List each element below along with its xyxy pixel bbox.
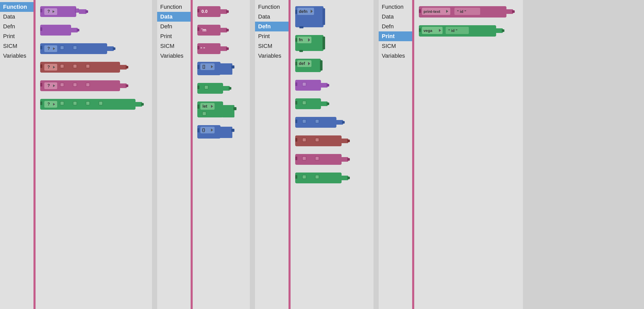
svg-rect-134 <box>341 139 348 143</box>
sidebar-item-function-4[interactable]: Function <box>379 2 412 12</box>
block-value-m[interactable]: 'm <box>197 24 230 38</box>
block-let[interactable]: let <box>197 100 238 119</box>
svg-rect-139 <box>315 157 319 160</box>
svg-rect-138 <box>302 157 306 160</box>
sidebar-panel1: Function Data Defn Print SICM Variables <box>0 0 33 309</box>
svg-rect-53 <box>197 9 199 12</box>
svg-rect-32 <box>40 83 42 87</box>
svg-rect-117 <box>320 83 328 88</box>
svg-rect-39 <box>119 83 127 88</box>
sidebar-panel2: Function Data Defn Print SICM Variables <box>157 0 191 309</box>
svg-rect-37 <box>73 83 77 87</box>
svg-rect-42 <box>40 101 42 105</box>
svg-rect-74 <box>197 83 223 94</box>
svg-rect-6 <box>79 9 87 14</box>
svg-rect-57 <box>197 25 221 36</box>
sidebar-panel4: Function Data Defn Print SICM Variables <box>379 0 412 309</box>
sidebar-item-data-3[interactable]: Data <box>255 12 289 22</box>
svg-text:0.0: 0.0 <box>201 9 208 14</box>
svg-rect-135 <box>347 140 350 142</box>
block-def[interactable]: def <box>295 58 323 74</box>
svg-rect-19 <box>106 46 114 51</box>
block-vega[interactable]: vega " id " <box>418 24 506 39</box>
svg-rect-106 <box>299 50 303 52</box>
svg-rect-22 <box>40 64 42 68</box>
sidebar-item-sicm-3[interactable]: SICM <box>255 41 289 51</box>
svg-rect-56 <box>226 10 229 13</box>
svg-text:" id ": " id " <box>457 9 466 14</box>
svg-rect-23 <box>44 64 57 71</box>
sidebar-item-defn-2[interactable]: Defn <box>157 22 191 31</box>
svg-rect-52 <box>197 6 221 17</box>
sidebar-item-data-1[interactable]: Data <box>0 12 33 22</box>
svg-rect-77 <box>222 86 230 91</box>
svg-rect-3 <box>44 8 57 15</box>
sidebar-item-variables-2[interactable]: Variables <box>157 51 191 61</box>
sidebar-item-function-3[interactable]: Function <box>255 2 289 12</box>
block-value-00[interactable]: 0.0 <box>197 5 230 19</box>
svg-rect-149 <box>419 9 421 13</box>
svg-rect-43 <box>44 101 57 108</box>
sidebar-item-sicm-2[interactable]: SICM <box>157 41 191 51</box>
svg-rect-7 <box>86 10 88 13</box>
svg-rect-78 <box>229 87 231 90</box>
block-green-single-3[interactable] <box>295 97 331 111</box>
block-purple-plain-1[interactable] <box>40 24 81 38</box>
block-green-question-4conn[interactable]: ? <box>40 98 148 112</box>
sidebar-item-variables-1[interactable]: Variables <box>0 51 33 61</box>
sidebar-item-print-2[interactable]: Print <box>157 31 191 41</box>
sidebar-item-function-1[interactable]: Function <box>0 2 33 12</box>
svg-rect-65 <box>219 46 227 51</box>
svg-rect-113 <box>320 60 323 71</box>
svg-rect-47 <box>73 101 77 105</box>
sidebar-item-print-3[interactable]: Print <box>255 31 289 41</box>
svg-rect-155 <box>505 9 513 14</box>
sidebar-item-sicm-1[interactable]: SICM <box>0 41 33 51</box>
block-red-double-3[interactable] <box>295 134 351 148</box>
sidebar-item-variables-4[interactable]: Variables <box>379 51 412 61</box>
block-map[interactable]: {} <box>197 124 238 141</box>
svg-rect-13 <box>40 46 42 49</box>
block-blue-question-2conn[interactable]: ? <box>40 42 120 56</box>
svg-rect-8 <box>40 25 71 36</box>
block-pink-double-3[interactable] <box>295 153 351 167</box>
sidebar-item-variables-3[interactable]: Variables <box>255 51 289 61</box>
blocks-area-panel1: ? <box>36 0 152 309</box>
svg-rect-116 <box>302 82 306 86</box>
block-print-text[interactable]: print-text " id " <box>418 5 516 20</box>
svg-rect-84 <box>202 112 206 115</box>
block-green-double-3[interactable] <box>295 171 351 185</box>
block-green-connector[interactable] <box>197 82 233 96</box>
svg-rect-63 <box>197 46 199 49</box>
svg-rect-144 <box>302 175 306 179</box>
block-purple-single-3[interactable] <box>295 79 331 93</box>
svg-rect-158 <box>419 28 421 32</box>
sidebar-item-defn-3[interactable]: Defn <box>255 22 289 31</box>
block-fn[interactable]: fn <box>295 34 326 53</box>
block-list[interactable]: [] <box>197 61 238 77</box>
svg-rect-1 <box>40 9 42 12</box>
sidebar-item-print-1[interactable]: Print <box>0 31 33 41</box>
sidebar-item-print-4[interactable]: Print <box>379 31 412 41</box>
svg-rect-98 <box>295 10 297 14</box>
sidebar-item-data-2[interactable]: Data <box>157 12 191 22</box>
block-red-question-3conn[interactable]: ? <box>40 61 132 75</box>
svg-rect-76 <box>205 85 208 89</box>
svg-rect-68 <box>197 65 199 69</box>
svg-rect-85 <box>222 105 234 117</box>
svg-text:?: ? <box>47 65 50 69</box>
block-purple-question-1[interactable]: ? <box>40 5 91 19</box>
svg-rect-121 <box>302 101 306 105</box>
sidebar-item-data-4[interactable]: Data <box>379 12 412 22</box>
svg-text:" id ": " id " <box>448 28 457 33</box>
sidebar-item-defn-1[interactable]: Defn <box>0 22 33 31</box>
block-pink-question-3conn[interactable]: ? <box>40 79 132 93</box>
svg-text:{}: {} <box>202 128 205 132</box>
block-value-string[interactable]: " " <box>197 42 230 56</box>
block-defn[interactable]: defn <box>295 5 326 29</box>
block-blue-double-3[interactable] <box>295 116 346 130</box>
sidebar-item-defn-4[interactable]: Defn <box>379 22 412 31</box>
svg-text:vega: vega <box>423 28 433 33</box>
sidebar-item-function-2[interactable]: Function <box>157 2 191 12</box>
sidebar-item-sicm-4[interactable]: SICM <box>379 41 412 51</box>
